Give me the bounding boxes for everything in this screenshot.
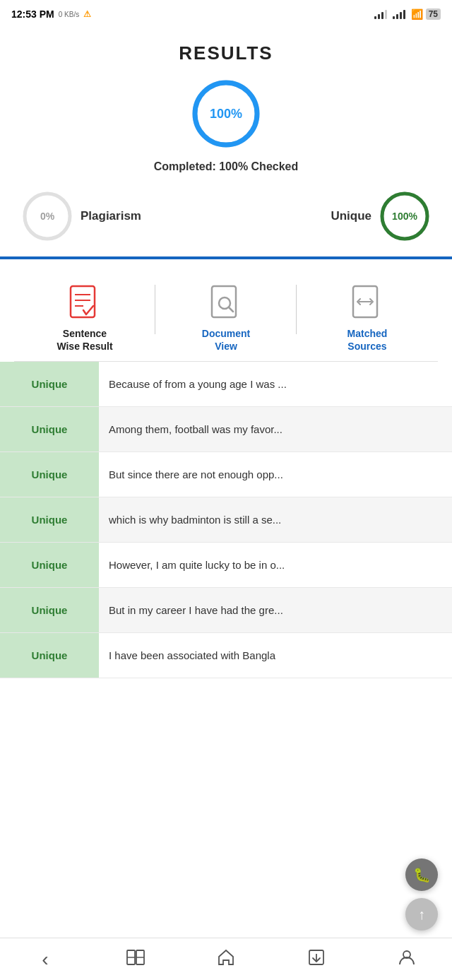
- nav-book-button[interactable]: [90, 938, 181, 980]
- result-badge-1: Unique: [0, 362, 99, 406]
- result-row[interactable]: Unique I have been associated with Bangl…: [0, 633, 452, 678]
- scroll-up-button[interactable]: ↑: [405, 898, 438, 931]
- main-content: RESULTS 100% Completed: 100% Checked 0% …: [0, 28, 452, 242]
- back-icon: ‹: [42, 948, 48, 971]
- result-badge-text-1: Unique: [32, 378, 68, 390]
- plagiarism-value: 0%: [40, 211, 54, 222]
- bottom-nav: ‹: [0, 938, 452, 980]
- stats-row: 0% Plagiarism Unique 100%: [14, 190, 438, 242]
- nav-back-button[interactable]: ‹: [0, 938, 90, 980]
- status-bar: 12:53 PM 0 KB/s ⚠ 📶 75: [0, 0, 452, 28]
- plagiarism-label: Plagiarism: [81, 209, 141, 223]
- main-progress-label: 100%: [210, 107, 242, 122]
- tab-document-view[interactable]: DocumentView: [155, 285, 297, 353]
- blue-divider: [0, 256, 452, 259]
- result-row[interactable]: Unique But since there are not enough op…: [0, 452, 452, 497]
- warning-icon: ⚠: [83, 9, 91, 19]
- result-badge-text-6: Unique: [32, 604, 68, 616]
- plagiarism-circle: 0%: [21, 190, 73, 242]
- book-icon: [126, 949, 145, 970]
- progress-circle-container: 100%: [14, 78, 438, 149]
- bug-report-button[interactable]: 🐛: [405, 858, 438, 891]
- doc-check-icon: [68, 285, 102, 321]
- unique-value: 100%: [392, 211, 417, 222]
- bug-icon: 🐛: [413, 866, 431, 883]
- unique-label: Unique: [331, 209, 371, 223]
- result-badge-7: Unique: [0, 633, 99, 678]
- doc-arrows-icon: [350, 285, 384, 321]
- completed-text: Completed: 100% Checked: [14, 160, 438, 173]
- status-right: 📶 75: [374, 8, 441, 20]
- unique-stat: Unique 100%: [331, 190, 431, 242]
- plagiarism-stat: 0% Plagiarism: [21, 190, 141, 242]
- result-row[interactable]: Unique Because of from a young age I was…: [0, 362, 452, 407]
- result-badge-2: Unique: [0, 407, 99, 451]
- fab-container: 🐛 ↑: [405, 858, 438, 931]
- main-progress-circle: 100%: [191, 78, 261, 149]
- result-badge-4: Unique: [0, 497, 99, 542]
- tab-matched-sources[interactable]: MatchedSources: [297, 285, 438, 353]
- svg-line-12: [229, 307, 233, 312]
- result-badge-5: Unique: [0, 543, 99, 587]
- result-text-3: But since there are not enough opp...: [99, 460, 293, 490]
- result-text-4: which is why badminton is still a se...: [99, 505, 291, 536]
- status-left: 12:53 PM 0 KB/s ⚠: [11, 8, 91, 20]
- doc-search-icon: [209, 285, 243, 321]
- result-row[interactable]: Unique Among them, football was my favor…: [0, 407, 452, 452]
- result-text-7: I have been associated with Bangla: [99, 641, 285, 671]
- result-text-5: However, I am quite lucky to be in o...: [99, 550, 295, 581]
- result-row[interactable]: Unique which is why badminton is still a…: [0, 497, 452, 543]
- svg-rect-6: [71, 286, 95, 317]
- tab-document-label: DocumentView: [202, 327, 250, 353]
- battery-icon: 75: [426, 8, 441, 20]
- data-label: 0 KB/s: [59, 11, 79, 18]
- signal-icon-2: [393, 9, 405, 19]
- result-badge-text-7: Unique: [32, 649, 68, 661]
- signal-icon-1: [374, 9, 387, 19]
- tab-sentence-wise[interactable]: SentenceWise Result: [14, 285, 155, 353]
- result-badge-3: Unique: [0, 452, 99, 497]
- page-title: RESULTS: [14, 42, 438, 64]
- nav-home-button[interactable]: [181, 938, 271, 980]
- result-badge-text-5: Unique: [32, 559, 68, 571]
- result-badge-6: Unique: [0, 588, 99, 632]
- time-label: 12:53 PM: [11, 8, 54, 20]
- result-row[interactable]: Unique But in my career I have had the g…: [0, 588, 452, 633]
- result-text-2: Among them, football was my favor...: [99, 415, 292, 445]
- result-badge-text-2: Unique: [32, 423, 68, 435]
- wifi-icon: 📶: [411, 8, 423, 20]
- tab-sentence-label: SentenceWise Result: [56, 327, 112, 353]
- unique-circle: 100%: [379, 190, 431, 242]
- arrow-up-icon: ↑: [418, 907, 425, 923]
- profile-icon: [398, 948, 416, 971]
- home-icon: [217, 948, 235, 971]
- nav-download-button[interactable]: [271, 938, 362, 980]
- svg-rect-10: [212, 286, 236, 317]
- tab-matched-label: MatchedSources: [347, 327, 388, 353]
- result-row[interactable]: Unique However, I am quite lucky to be i…: [0, 543, 452, 588]
- result-text-1: Because of from a young age I was ...: [99, 370, 297, 400]
- tab-row: SentenceWise Result DocumentView Matched…: [14, 273, 438, 362]
- result-badge-text-4: Unique: [32, 514, 68, 526]
- results-list: Unique Because of from a young age I was…: [0, 362, 452, 678]
- result-badge-text-3: Unique: [32, 468, 68, 480]
- download-icon: [307, 948, 326, 971]
- nav-profile-button[interactable]: [362, 938, 452, 980]
- result-text-6: But in my career I have had the gre...: [99, 596, 293, 626]
